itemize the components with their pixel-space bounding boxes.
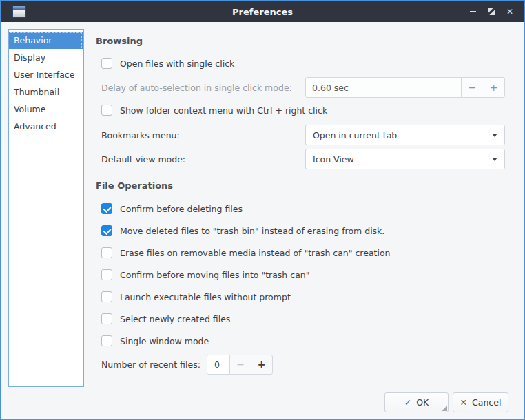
checkbox[interactable] xyxy=(101,269,112,280)
window-icon xyxy=(12,6,26,18)
sidebar-item-user-interface[interactable]: User Interface xyxy=(9,66,83,83)
minimize-button[interactable] xyxy=(466,4,480,19)
recent-files-spinbox[interactable]: 0 − + xyxy=(207,355,273,375)
titlebar: Preferences ✕ xyxy=(1,1,524,22)
ok-button-label: OK xyxy=(416,397,429,408)
bookmarks-menu-row: Bookmarks menu: Open in current tab xyxy=(101,125,505,145)
checkbox[interactable] xyxy=(101,247,112,258)
sidebar-item-advanced[interactable]: Advanced xyxy=(9,118,83,135)
checkbox-label: Single window mode xyxy=(120,336,209,346)
checkbox[interactable] xyxy=(101,203,112,214)
checkbox-confirm-delete[interactable]: Confirm before deleting files xyxy=(101,203,505,214)
checkbox-launch-executable[interactable]: Launch executable files without prompt xyxy=(101,291,505,302)
cross-icon: ✕ xyxy=(460,397,467,408)
sidebar-item-behavior[interactable]: Behavior xyxy=(9,32,83,49)
default-view-mode-dropdown[interactable]: Icon View xyxy=(305,149,505,169)
checkbox-open-single-click[interactable]: Open files with single click xyxy=(101,58,505,69)
delay-label: Delay of auto-selection in single click … xyxy=(101,83,292,93)
checkbox-erase-removable[interactable]: Erase files on removable media instead o… xyxy=(101,247,505,258)
checkbox[interactable] xyxy=(101,335,112,346)
minimize-icon xyxy=(470,11,476,12)
close-button[interactable]: ✕ xyxy=(503,4,517,19)
checkbox-label: Erase files on removable media instead o… xyxy=(120,248,391,258)
sidebar-item-display[interactable]: Display xyxy=(9,49,83,66)
increment-button[interactable]: + xyxy=(251,355,272,374)
maximize-button[interactable] xyxy=(484,4,498,19)
window-controls: ✕ xyxy=(466,1,517,22)
checkbox[interactable] xyxy=(101,58,112,69)
checkbox[interactable] xyxy=(101,313,112,324)
checkbox-confirm-move-trash[interactable]: Confirm before moving files into "trash … xyxy=(101,269,505,280)
recent-files-label: Number of recent files: xyxy=(101,359,200,370)
cancel-button[interactable]: ✕ Cancel xyxy=(453,392,508,412)
decrement-button[interactable]: − xyxy=(230,355,251,374)
increment-button[interactable]: + xyxy=(483,78,504,97)
delay-auto-selection-row: Delay of auto-selection in single click … xyxy=(101,77,505,98)
window-title: Preferences xyxy=(1,7,524,17)
checkbox-label: Open files with single click xyxy=(120,59,234,69)
checkbox-label: Confirm before deleting files xyxy=(120,204,243,214)
checkbox-select-new-files[interactable]: Select newly created files xyxy=(101,313,505,324)
recent-files-row: Number of recent files: 0 − + xyxy=(101,354,273,375)
sidebar-item-volume[interactable]: Volume xyxy=(9,101,83,118)
checkbox-label: Confirm before moving files into "trash … xyxy=(120,270,309,280)
resize-grip-icon xyxy=(442,406,447,411)
check-icon: ✓ xyxy=(404,397,411,408)
checkbox-label: Select newly created files xyxy=(120,314,230,324)
section-header-browsing: Browsing xyxy=(96,36,143,46)
checkbox-single-window-mode[interactable]: Single window mode xyxy=(101,335,505,346)
delay-value[interactable]: 0.60 sec xyxy=(306,78,461,97)
preferences-window: Preferences ✕ Behavior Display User Inte… xyxy=(0,0,525,420)
ok-button[interactable]: ✓ OK xyxy=(384,392,449,412)
delay-spinbox[interactable]: 0.60 sec − + xyxy=(305,77,505,98)
close-icon: ✕ xyxy=(506,7,513,17)
recent-files-value[interactable]: 0 xyxy=(207,355,230,374)
checkbox[interactable] xyxy=(101,105,112,116)
checkbox[interactable] xyxy=(101,291,112,302)
default-view-mode-row: Default view mode: Icon View xyxy=(101,149,505,169)
dropdown-value: Open in current tab xyxy=(313,130,397,140)
dropdown-value: Icon View xyxy=(313,154,354,165)
checkbox-label: Launch executable files without prompt xyxy=(120,292,291,302)
checkbox-move-to-trash[interactable]: Move deleted files to "trash bin" instea… xyxy=(101,225,505,236)
checkbox[interactable] xyxy=(101,225,112,236)
cancel-button-label: Cancel xyxy=(472,397,501,408)
checkbox-label: Move deleted files to "trash bin" instea… xyxy=(120,226,384,236)
chevron-down-icon xyxy=(492,158,497,161)
checkbox-label: Show folder context menu with Ctrl + rig… xyxy=(120,105,327,116)
restore-icon xyxy=(487,8,495,16)
decrement-button[interactable]: − xyxy=(462,78,483,97)
sidebar: Behavior Display User Interface Thumbnai… xyxy=(8,29,84,387)
sidebar-item-thumbnail[interactable]: Thumbnail xyxy=(9,83,83,101)
chevron-down-icon xyxy=(492,134,497,137)
bookmarks-menu-dropdown[interactable]: Open in current tab xyxy=(305,125,505,145)
checkbox-ctrl-right-click[interactable]: Show folder context menu with Ctrl + rig… xyxy=(101,105,505,116)
bookmarks-menu-label: Bookmarks menu: xyxy=(101,130,180,140)
default-view-mode-label: Default view mode: xyxy=(101,154,185,165)
section-header-file-operations: File Operations xyxy=(96,180,173,191)
